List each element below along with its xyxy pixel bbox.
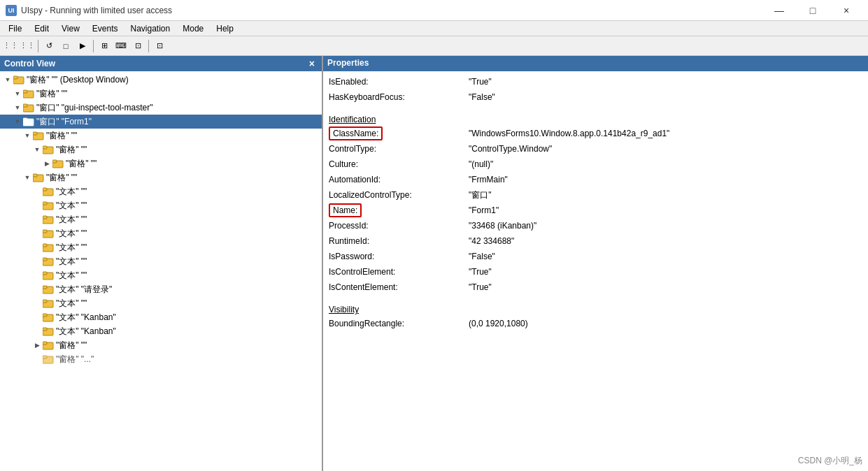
maximize-button[interactable]: □ bbox=[797, 0, 829, 21]
folder-icon-n18 bbox=[42, 326, 55, 336]
properties-header: Properties bbox=[323, 56, 868, 71]
tree-label-n14: "文本" "" bbox=[56, 270, 87, 282]
tree-label-n12: "文本" "" bbox=[56, 242, 87, 254]
tree-view[interactable]: ▼ "窗格" "" (Desktop Window) ▼ bbox=[0, 71, 322, 471]
menu-item-help[interactable]: Help bbox=[211, 22, 239, 35]
tree-item-n13[interactable]: "文本" "" bbox=[0, 254, 322, 268]
menu-item-view[interactable]: View bbox=[56, 22, 85, 35]
tree-item-n8[interactable]: "文本" "" bbox=[0, 184, 322, 198]
svg-rect-11 bbox=[43, 146, 47, 149]
toolbar-btn-1[interactable]: ⋮⋮ bbox=[3, 38, 18, 54]
tree-item-n4[interactable]: ▼ "窗格" "" bbox=[0, 129, 322, 143]
expand-n4[interactable]: ▼ bbox=[22, 131, 32, 140]
tree-item-n6[interactable]: ▶ "窗格" "" bbox=[0, 157, 322, 171]
expand-n2[interactable]: ▼ bbox=[13, 103, 22, 113]
expand-n1[interactable]: ▼ bbox=[13, 89, 22, 99]
expand-n3[interactable]: ▼ bbox=[13, 117, 22, 126]
expand-n19[interactable]: ▶ bbox=[32, 340, 42, 350]
left-panel: Control View × ▼ "窗格" "" (Desktop Window… bbox=[0, 56, 323, 471]
no-expand-n8 bbox=[32, 187, 42, 196]
tree-label-n10: "文本" "" bbox=[56, 214, 87, 226]
svg-rect-15 bbox=[33, 174, 37, 177]
folder-icon-n16 bbox=[42, 298, 55, 308]
title-bar: UI UIspy - Running with limited user acc… bbox=[0, 0, 868, 21]
tree-item-n14[interactable]: "文本" "" bbox=[0, 268, 322, 282]
right-panel: Properties IsEnabled: "True" HasKeyboard… bbox=[323, 56, 868, 471]
close-button[interactable]: × bbox=[830, 0, 862, 21]
expand-n6[interactable]: ▶ bbox=[42, 159, 52, 168]
tree-item-n16[interactable]: "文本" "" bbox=[0, 296, 322, 310]
prop-name-controltype: ControlType: bbox=[329, 144, 469, 154]
prop-name-isenabled: IsEnabled: bbox=[329, 77, 469, 87]
tree-item-n7[interactable]: ▼ "窗格" "" bbox=[0, 171, 322, 184]
tree-item-n18[interactable]: "文本" "Kanban" bbox=[0, 324, 322, 338]
prop-value-automationid: "FrmMain" bbox=[469, 175, 508, 184]
tree-item-n5[interactable]: ▼ "窗格" "" bbox=[0, 143, 322, 157]
tree-item-n11[interactable]: "文本" "" bbox=[0, 226, 322, 240]
tree-label-n6: "窗格" "" bbox=[66, 158, 97, 170]
toolbar-btn-2[interactable]: ⋮⋮ bbox=[20, 38, 35, 54]
toolbar-btn-grid[interactable]: ⊞ bbox=[97, 38, 112, 54]
tree-label-root: "窗格" "" (Desktop Window) bbox=[27, 74, 129, 86]
toolbar-sep-2 bbox=[93, 40, 94, 52]
tree-label-n17: "文本" "Kanban" bbox=[56, 312, 116, 324]
tree-label-n16: "文本" "" bbox=[56, 298, 87, 310]
prop-value-iscontentelement: "True" bbox=[469, 282, 492, 292]
expand-n7[interactable]: ▼ bbox=[22, 173, 32, 182]
tree-item-n9[interactable]: "文本" "" bbox=[0, 198, 322, 212]
toolbar-btn-refresh[interactable]: ↺ bbox=[41, 38, 57, 54]
menu-item-mode[interactable]: Mode bbox=[177, 22, 209, 35]
prop-name-haskeyboardfocus: HasKeyboardFocus: bbox=[329, 92, 469, 102]
prop-row-isenabled: IsEnabled: "True" bbox=[323, 74, 868, 89]
toolbar-btn-target[interactable]: ⊡ bbox=[130, 38, 145, 54]
properties-list: IsEnabled: "True" HasKeyboardFocus: "Fal… bbox=[323, 71, 868, 471]
minimize-button[interactable]: — bbox=[763, 0, 795, 21]
prop-value-iscontrolelement: "True" bbox=[469, 267, 492, 277]
prop-row-processid: ProcessId: "33468 (iKanban)" bbox=[323, 218, 868, 233]
tree-item-n3[interactable]: ▼ "窗口" "Form1" bbox=[0, 115, 322, 129]
expand-root[interactable]: ▼ bbox=[3, 75, 13, 85]
prop-value-name: "Form1" bbox=[469, 205, 499, 215]
folder-icon-n15 bbox=[42, 284, 55, 294]
tree-item-n2[interactable]: ▼ "窗口" "gui-inspect-tool-master" bbox=[0, 101, 322, 115]
watermark: CSDN @小明_杨 bbox=[798, 455, 862, 467]
tree-label-n8: "文本" "" bbox=[56, 186, 87, 198]
menu-item-events[interactable]: Events bbox=[87, 22, 124, 35]
toolbar-btn-extra[interactable]: ⊡ bbox=[152, 38, 167, 54]
tree-item-root[interactable]: ▼ "窗格" "" (Desktop Window) bbox=[0, 73, 322, 87]
prop-name-culture: Culture: bbox=[329, 159, 469, 169]
control-view-title: Control View bbox=[4, 59, 55, 68]
svg-rect-41 bbox=[43, 356, 47, 358]
tree-item-n20[interactable]: "窗格" "..." bbox=[0, 352, 322, 366]
menu-item-navigation[interactable]: Navigation bbox=[125, 22, 176, 35]
menu-bar: FileEditViewEventsNavigationModeHelp bbox=[0, 21, 868, 36]
svg-rect-19 bbox=[43, 202, 47, 205]
tree-label-n19: "窗格" "" bbox=[56, 340, 87, 352]
menu-item-file[interactable]: File bbox=[3, 22, 27, 35]
tree-item-n1[interactable]: ▼ "窗格" "" bbox=[0, 87, 322, 101]
tree-label-n9: "文本" "" bbox=[56, 200, 87, 212]
folder-icon-n20 bbox=[42, 354, 55, 364]
prop-name-runtimeid: RuntimeId: bbox=[329, 236, 469, 246]
prop-name-name: Name: bbox=[329, 203, 469, 217]
tree-item-n10[interactable]: "文本" "" bbox=[0, 212, 322, 226]
tree-item-n19[interactable]: ▶ "窗格" "" bbox=[0, 338, 322, 352]
tree-item-n17[interactable]: "文本" "Kanban" bbox=[0, 310, 322, 324]
prop-value-controltype: "ControlType.Window" bbox=[469, 144, 552, 154]
control-view-close[interactable]: × bbox=[306, 58, 318, 69]
svg-rect-39 bbox=[43, 342, 47, 345]
classname-highlight-box: ClassName: bbox=[329, 126, 383, 140]
prop-row-iscontentelement: IsContentElement: "True" bbox=[323, 280, 868, 295]
tree-item-n15[interactable]: "文本" "请登录" bbox=[0, 282, 322, 296]
toolbar-sep-1 bbox=[38, 40, 38, 52]
menu-item-edit[interactable]: Edit bbox=[29, 22, 55, 35]
prop-row-classname: ClassName: "WindowsForms10.Window.8.app.… bbox=[323, 126, 868, 141]
prop-value-ispassword: "False" bbox=[469, 252, 495, 261]
expand-n5[interactable]: ▼ bbox=[32, 145, 42, 154]
toolbar-btn-play[interactable]: ▶ bbox=[75, 38, 90, 54]
svg-rect-7 bbox=[23, 118, 27, 121]
toolbar-btn-rect[interactable]: □ bbox=[58, 38, 73, 54]
folder-icon-n19 bbox=[42, 340, 55, 350]
toolbar-btn-key[interactable]: ⌨ bbox=[113, 38, 129, 54]
tree-item-n12[interactable]: "文本" "" bbox=[0, 240, 322, 254]
